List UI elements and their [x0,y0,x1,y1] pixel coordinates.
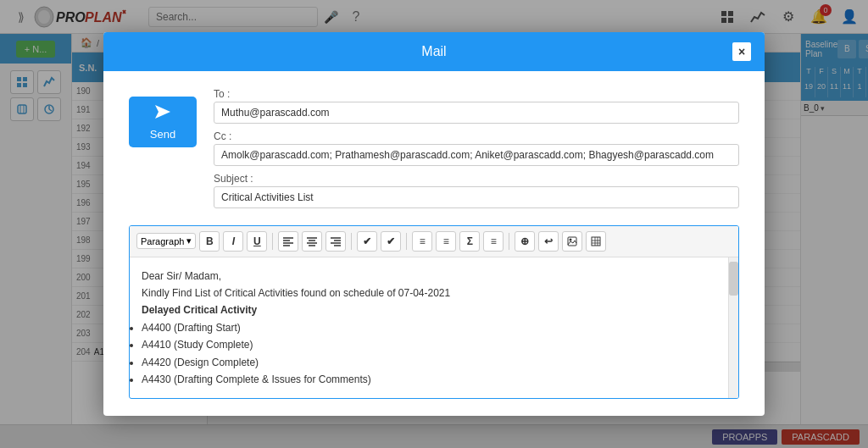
send-icon [153,103,172,124]
mail-modal-title: Mail [136,44,732,59]
subject-label: Subject : [214,173,739,185]
cc-label: Cc : [214,130,739,142]
checkmark-2-button[interactable]: ✔ [381,231,401,252]
email-greeting: Dear Sir/ Madam, [142,268,726,285]
ordered-list-button[interactable]: ≡ [436,231,456,252]
svg-point-34 [570,238,572,241]
subject-field-row: Subject : [214,173,739,208]
modal-close-button[interactable]: × [732,42,751,61]
svg-rect-35 [592,237,600,246]
align-left-button[interactable] [278,231,298,252]
checkmark-1-button[interactable]: ✔ [357,231,377,252]
to-label: To : [214,88,739,100]
editor-scroll-thumb[interactable] [729,262,738,296]
italic-button[interactable]: I [223,231,243,252]
to-input[interactable] [214,102,739,124]
list-item-4: A4430 (Drafting Complete & Issues for Co… [142,371,726,388]
send-button[interactable]: Send [129,97,197,147]
outdent-button[interactable]: ≡ [483,231,504,252]
align-right-button[interactable] [326,231,346,252]
list-button[interactable]: ≡ [412,231,432,252]
mail-editor-container: Paragraph ▾ B I U ✔ ✔ [129,225,739,400]
svg-marker-20 [155,105,170,119]
image-button[interactable] [562,231,582,252]
mail-modal: Mail × Send To : [103,32,765,417]
link-button[interactable]: ⊕ [515,231,535,252]
cc-input[interactable] [214,144,739,166]
toolbar-divider-1 [272,233,273,250]
paragraph-label: Paragraph [141,236,184,246]
modal-overlay: Mail × Send To : [0,0,868,448]
indent-button[interactable]: Σ [459,231,480,252]
mail-fields: To : Cc : Subject : [214,88,739,208]
email-body-line1: Kindly Find List of Critical Activities … [142,285,726,301]
align-center-button[interactable] [302,231,322,252]
toolbar-divider-4 [509,233,509,250]
toolbar-divider-3 [406,233,407,250]
undo-button[interactable]: ↩ [538,231,559,252]
editor-wrap: Dear Sir/ Madam, Kindly Find List of Cri… [130,257,738,399]
send-label: Send [150,128,175,141]
list-item-3: A4420 (Design Complete) [142,354,726,371]
to-field-row: To : [214,88,739,124]
editor-scrollbar[interactable] [728,257,738,399]
table-button[interactable] [586,231,606,252]
underline-button[interactable]: U [247,231,267,252]
toolbar-divider-2 [351,233,352,250]
bold-button[interactable]: B [199,231,220,252]
subject-input[interactable] [214,186,739,208]
paragraph-dropdown-icon: ▾ [186,235,192,246]
mail-modal-body: Send To : Cc : Subject : [103,71,765,225]
list-item-2: A4410 (Study Complete) [142,336,726,353]
cc-field-row: Cc : [214,130,739,166]
mail-modal-header: Mail × [103,32,765,71]
send-button-area: Send [129,88,197,208]
list-item-1: A4400 (Drafting Start) [142,319,726,336]
paragraph-select[interactable]: Paragraph ▾ [136,233,196,249]
email-items-list: A4400 (Drafting Start) A4410 (Study Comp… [142,319,726,389]
editor-text-area[interactable]: Dear Sir/ Madam, Kindly Find List of Cri… [130,257,738,399]
email-section-title: Delayed Critical Activity [142,304,257,316]
editor-toolbar: Paragraph ▾ B I U ✔ ✔ [130,226,738,257]
